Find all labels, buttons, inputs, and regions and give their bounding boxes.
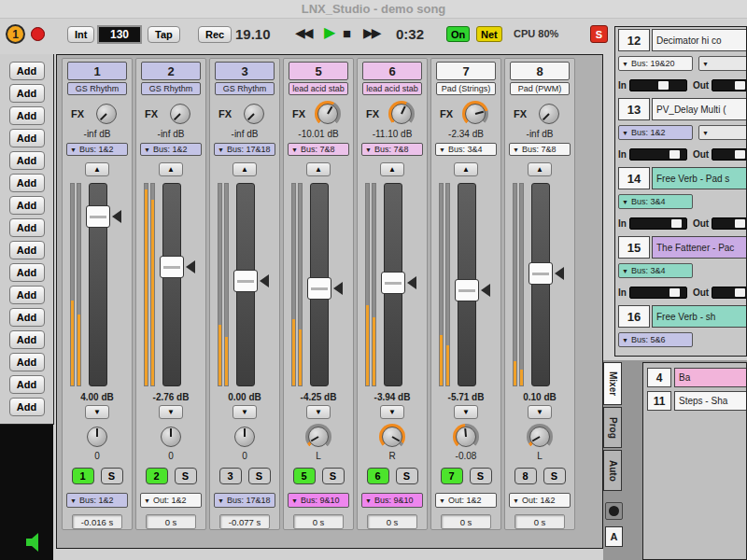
tempo-display[interactable]: 130 [97, 25, 142, 44]
delay-time-field[interactable]: 0 s [367, 514, 417, 529]
s-button[interactable]: S [590, 25, 608, 43]
channel-name-header[interactable]: GS Rhythm [215, 82, 275, 95]
add-button[interactable]: Add [9, 286, 45, 304]
list-item-number[interactable]: 11 [647, 391, 671, 411]
tap-tempo-button[interactable]: Tap [148, 26, 180, 43]
delay-time-field[interactable]: -0.016 s [72, 514, 122, 529]
fx-send-knob[interactable] [167, 101, 193, 127]
channel-name-header[interactable]: Pad (Strings) [436, 82, 496, 95]
fx-send-knob[interactable] [388, 101, 415, 127]
fx-unit-number[interactable]: 14 [618, 167, 650, 189]
out-level-slider[interactable] [712, 148, 747, 161]
instance-badge[interactable]: 1 [6, 24, 25, 44]
fader-handle[interactable] [529, 262, 553, 285]
input-bus-selector[interactable]: ▼Bus: 7&8 [288, 143, 349, 156]
fader-down-button[interactable]: ▼ [454, 405, 478, 419]
out-level-slider[interactable] [712, 217, 747, 230]
add-button[interactable]: Add [9, 151, 45, 170]
channel-number-header[interactable]: 1 [67, 62, 127, 80]
add-button[interactable]: Add [9, 263, 45, 282]
solo-button[interactable]: S [396, 468, 418, 484]
fader-down-button[interactable]: ▼ [233, 405, 257, 419]
channel-name-header[interactable]: lead acid stab [362, 82, 422, 95]
channel-name-header[interactable]: lead acid stab [289, 82, 348, 95]
input-bus-selector[interactable]: ▼Bus: 7&8 [361, 143, 423, 156]
input-bus-selector[interactable]: ▼Bus: 1&2 [66, 143, 128, 156]
pan-knob[interactable] [158, 424, 184, 450]
fx-send-knob[interactable] [462, 101, 488, 127]
output-bus-selector[interactable]: ▼Out: 1&2 [435, 493, 497, 508]
fader-handle[interactable] [381, 272, 405, 294]
channel-active-button[interactable]: 5 [293, 468, 316, 484]
add-button[interactable]: Add [9, 218, 45, 237]
fader-up-button[interactable]: ▲ [159, 162, 183, 176]
in-level-handle[interactable] [669, 150, 680, 159]
fx-out-selector[interactable]: ▼ [698, 125, 747, 140]
channel-number-header[interactable]: 3 [215, 62, 275, 80]
channel-number-header[interactable]: 6 [362, 62, 422, 80]
pan-knob[interactable] [232, 424, 258, 450]
pan-knob[interactable] [527, 424, 553, 450]
out-level-handle[interactable] [735, 288, 745, 297]
out-level-handle[interactable] [735, 81, 745, 90]
fx-out-selector[interactable]: ▼ [698, 56, 747, 71]
fader-up-button[interactable]: ▲ [306, 162, 331, 176]
fx-send-knob[interactable] [241, 101, 267, 127]
fx-bus-selector[interactable]: ▼Bus: 3&4 [618, 194, 693, 209]
add-button[interactable]: Add [9, 62, 45, 80]
pan-knob[interactable] [305, 424, 331, 450]
delay-time-field[interactable]: 0 s [146, 514, 196, 529]
channel-number-header[interactable]: 8 [510, 62, 570, 80]
tab-mixer[interactable]: Mixer [603, 362, 622, 405]
fader-track[interactable] [531, 183, 550, 386]
fx-unit-name[interactable]: The Fattener - Pac [652, 236, 747, 259]
dot-button[interactable] [605, 502, 623, 520]
fx-send-knob[interactable] [536, 101, 562, 127]
fx-unit-number[interactable]: 15 [618, 236, 650, 259]
fader-down-button[interactable]: ▼ [159, 405, 183, 419]
pan-knob[interactable] [84, 424, 110, 450]
in-level-handle[interactable] [658, 81, 669, 90]
input-bus-selector[interactable]: ▼Bus: 17&18 [214, 143, 275, 156]
fader-handle[interactable] [160, 256, 184, 278]
add-button[interactable]: Add [9, 375, 45, 394]
channel-number-header[interactable]: 2 [141, 62, 201, 80]
channel-number-header[interactable]: 5 [289, 62, 348, 80]
solo-button[interactable]: S [322, 468, 345, 484]
fx-send-knob[interactable] [93, 101, 120, 127]
net-button[interactable]: Net [476, 26, 502, 42]
fader-handle[interactable] [86, 205, 110, 228]
fx-unit-number[interactable]: 13 [618, 98, 650, 120]
list-item-name[interactable]: Ba [674, 368, 747, 387]
solo-button[interactable]: S [175, 468, 197, 484]
output-bus-selector[interactable]: ▼Out: 1&2 [509, 493, 571, 508]
out-level-slider[interactable] [712, 356, 747, 357]
add-button[interactable]: Add [9, 174, 45, 192]
in-level-handle[interactable] [669, 288, 680, 297]
fader-up-button[interactable]: ▲ [454, 162, 478, 176]
channel-active-button[interactable]: 8 [514, 468, 537, 484]
solo-button[interactable]: S [543, 468, 566, 484]
channel-name-header[interactable]: Pad (PWM) [510, 82, 570, 95]
pan-knob[interactable] [453, 424, 479, 450]
add-button[interactable]: Add [9, 353, 45, 371]
fx-send-knob[interactable] [315, 101, 341, 127]
pan-knob[interactable] [379, 424, 405, 450]
output-bus-selector[interactable]: ▼Bus: 1&2 [66, 493, 128, 508]
stop-button[interactable]: ■ [343, 25, 349, 41]
in-level-slider[interactable] [629, 287, 687, 299]
delay-time-field[interactable]: -0.077 s [219, 514, 270, 529]
fader-up-button[interactable]: ▲ [233, 162, 257, 176]
fader-down-button[interactable]: ▼ [380, 405, 404, 419]
record-indicator-icon[interactable] [31, 27, 45, 41]
forward-button[interactable]: ▶▶ [363, 25, 380, 40]
output-bus-selector[interactable]: ▼Bus: 9&10 [361, 493, 423, 508]
channel-active-button[interactable]: 7 [441, 468, 463, 484]
fader-handle[interactable] [307, 277, 331, 300]
play-button[interactable]: ▶ [324, 23, 333, 41]
a-button[interactable]: A [605, 526, 623, 547]
in-level-handle[interactable] [671, 219, 682, 228]
add-button[interactable]: Add [9, 241, 45, 259]
fader-down-button[interactable]: ▼ [85, 405, 109, 419]
on-button[interactable]: On [446, 26, 470, 42]
